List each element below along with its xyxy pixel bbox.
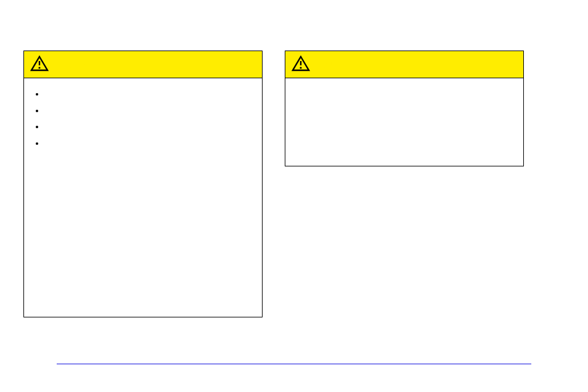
- warning-icon: [30, 55, 49, 74]
- caution-body-left: [24, 78, 262, 160]
- caution-title-right: CAUTION:: [316, 59, 361, 70]
- footer-rule: [57, 364, 531, 364]
- caution-header-right: CAUTION:: [285, 51, 523, 78]
- caution-title-left: CAUTION:: [55, 59, 100, 70]
- warning-icon: [292, 55, 310, 74]
- list-item: [45, 137, 255, 149]
- svg-point-5: [300, 67, 301, 68]
- caution-body-right: [285, 78, 523, 91]
- caution-box-right: CAUTION:: [285, 51, 524, 166]
- list-item: [45, 121, 255, 133]
- list-item: [45, 88, 255, 100]
- list-item: [45, 105, 255, 116]
- svg-point-2: [38, 67, 40, 68]
- caution-box-left: CAUTION:: [23, 51, 263, 317]
- caution-header-left: CAUTION:: [24, 51, 262, 78]
